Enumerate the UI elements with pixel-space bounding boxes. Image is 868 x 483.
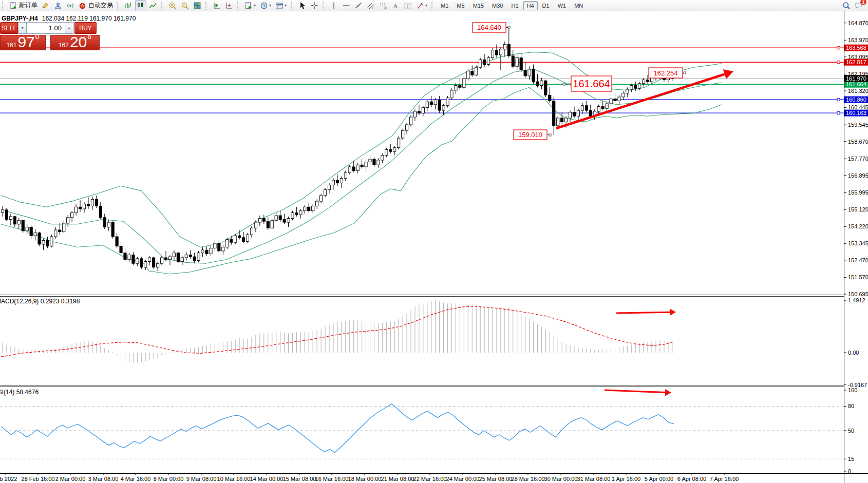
price-tick-label: 151.570 [848,274,868,280]
candle [610,99,612,104]
candle [5,210,8,220]
candle [87,204,89,206]
tile-windows-button[interactable] [192,0,203,11]
buy-price-prefix: 162 [59,41,69,49]
candles-icon [137,2,145,10]
candle [553,101,555,125]
sell-button[interactable]: SELL [0,22,18,34]
indicators-list-button[interactable]: ▾ [243,0,257,11]
timeframe-m15-button[interactable]: M15 [469,1,487,10]
trendline-tool-button[interactable] [353,0,364,11]
time-label: 10 Mar 16:00 [217,476,251,482]
buy-price-big: 20 [70,35,87,49]
horizontal-line-tool-button[interactable] [341,0,352,11]
volume-decrease-button[interactable]: ▾ [18,22,27,34]
fibonacci-tool-button[interactable]: F [378,0,389,11]
line-chart-mode-button[interactable] [147,0,159,11]
dropdown-arrow-icon: ▾ [285,3,287,8]
timeframe-m5-button[interactable]: M5 [453,1,468,10]
toolbar-left: 新订单自动交易▾▾▾EFAT▾M1M5M15M30H1H4D1W1MN [0,0,587,11]
price-tick-label: 161.320 [848,88,868,94]
callout-text: 162.254 [654,69,678,77]
price-chart-canvas[interactable]: 164.640162.254161.664159.010164.870163.9… [0,11,868,483]
timeframe-m30-button[interactable]: M30 [488,1,506,10]
timeframe-mn-button[interactable]: MN [571,1,587,10]
candle-chart-mode-button[interactable] [135,0,146,11]
candle [116,237,118,246]
volume-input[interactable]: 1.00 [27,22,65,34]
vertical-line-tool-button[interactable] [328,0,339,11]
candle [516,58,518,67]
candle [332,180,334,185]
buy-button[interactable]: BUY [74,22,97,34]
timeframe-h1-button[interactable]: H1 [507,1,522,10]
candle [201,250,204,253]
bar-chart-mode-button[interactable] [123,0,134,11]
periods-button[interactable]: ▾ [258,0,273,11]
zoom-out-button[interactable] [179,0,191,11]
signal-button[interactable] [65,0,76,11]
channel-tool-button[interactable]: E [365,0,376,11]
buy-price[interactable]: 162206 [50,35,100,50]
candle [597,107,600,111]
candle [157,263,159,267]
macd-axis-label: 1.4912 [848,297,865,303]
callout-text: 164.640 [477,24,501,31]
time-label: 21 Mar 08:00 [381,476,414,482]
candle [258,219,261,222]
profile-button[interactable] [52,0,64,11]
cursor-tool-button[interactable] [296,0,308,11]
candle [459,86,461,88]
candle [405,125,408,130]
timeframe-w1-button[interactable]: W1 [554,1,570,10]
arrows-tool-button[interactable]: ▾ [414,0,429,11]
candle [291,212,294,218]
text-label-tool-button[interactable]: T [402,0,413,11]
candle [111,222,114,237]
candle [210,248,212,254]
crosshair-icon [310,2,318,10]
svg-text:T: T [406,3,409,8]
candle [193,257,196,260]
timeframe-h4-button[interactable]: H4 [523,1,538,10]
macd-axis-label: 0.00 [848,350,859,356]
time-label: 30 Mar 00:00 [544,476,578,482]
price-tick-label: 159.545 [848,122,868,128]
price-callout-162.254: 162.254 [649,68,686,78]
candle [409,117,412,125]
timeframe-m1-button[interactable]: M1 [437,1,452,10]
chart-shift-button[interactable] [211,0,222,11]
chisel-icon [42,2,50,10]
chisel-tool-button[interactable] [40,0,51,11]
candle [402,130,404,138]
candle [71,212,73,217]
dropdown-arrow-icon: ▾ [254,3,256,8]
auto-trading-button[interactable]: 自动交易 [77,0,115,11]
signal-icon [66,2,74,10]
linechart-icon [149,2,157,10]
candle [650,78,653,82]
autotrade-icon [79,2,87,10]
rsi-axis-label: 80 [848,403,854,409]
auto-scroll-button[interactable] [223,0,235,11]
candle [308,207,310,210]
volume-increase-button[interactable]: ▴ [65,22,73,34]
templates-button[interactable]: ▾ [274,0,288,11]
timeframe-d1-button[interactable]: D1 [539,1,553,10]
zoom-in-button[interactable] [167,0,178,11]
sell-price[interactable]: 161970 [0,35,46,50]
crosshair-tool-button[interactable] [309,0,320,11]
panel-separator [0,296,844,297]
hline-icon [342,2,350,10]
text-tool-button[interactable]: A [390,0,401,11]
notifications-button[interactable]: 1 [853,0,864,11]
sell-price-big: 97 [17,35,34,49]
search-button[interactable] [841,0,852,11]
candle [455,86,457,90]
candle [344,172,347,178]
candle [373,159,375,165]
price-tag-label: 163.568 [846,45,866,51]
candle [271,220,273,228]
candle [487,58,489,65]
new-order-button[interactable]: 新订单 [8,0,39,11]
